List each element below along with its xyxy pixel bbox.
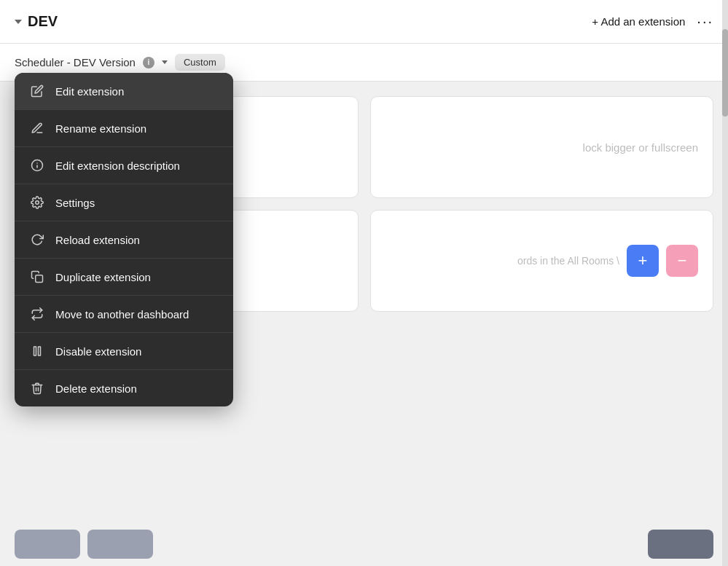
pause-icon [29, 343, 45, 359]
gear-icon [29, 194, 45, 211]
svg-point-3 [36, 201, 39, 205]
menu-label-move-dashboard: Move to another dashboard [55, 308, 189, 321]
svg-rect-5 [34, 347, 36, 355]
scrollbar-thumb[interactable] [722, 29, 728, 117]
card-bottom-right: ords in the All Rooms \ + − [370, 210, 714, 312]
header-left: DEV [15, 13, 58, 30]
menu-label-delete-extension: Delete extension [55, 382, 137, 395]
sub-header-title: Scheduler - DEV Version [15, 56, 136, 68]
custom-badge: Custom [175, 54, 225, 71]
menu-item-edit-extension[interactable]: Edit extension [15, 73, 233, 109]
info-circle-icon [29, 157, 45, 173]
menu-item-edit-description[interactable]: Edit extension description [15, 146, 233, 184]
pencil-icon [29, 83, 45, 99]
reload-icon [29, 232, 45, 248]
header-right: + Add an extension ··· [592, 13, 713, 30]
all-rooms-text: ords in the All Rooms \ [517, 255, 619, 267]
grey-button-left-1[interactable] [15, 530, 80, 559]
menu-label-disable-extension: Disable extension [55, 345, 141, 358]
grey-button-left-2[interactable] [87, 530, 153, 559]
rename-icon [29, 120, 45, 136]
menu-item-rename-extension[interactable]: Rename extension [15, 109, 233, 146]
card-top-right: lock bigger or fullscreen [370, 96, 714, 198]
menu-item-duplicate-extension[interactable]: Duplicate extension [15, 258, 233, 295]
menu-label-settings: Settings [55, 197, 95, 209]
menu-item-move-dashboard[interactable]: Move to another dashboard [15, 295, 233, 332]
chevron-down-icon[interactable] [15, 20, 22, 24]
menu-label-reload-extension: Reload extension [55, 234, 140, 246]
menu-item-settings[interactable]: Settings [15, 184, 233, 221]
page-title: DEV [28, 13, 58, 30]
trash-icon [29, 380, 45, 396]
fullscreen-text: lock bigger or fullscreen [583, 141, 698, 154]
menu-item-delete-extension[interactable]: Delete extension [15, 369, 233, 406]
menu-item-disable-extension[interactable]: Disable extension [15, 332, 233, 369]
svg-rect-6 [39, 347, 41, 355]
plus-button[interactable]: + [627, 245, 659, 277]
more-options-button[interactable]: ··· [697, 13, 713, 30]
context-menu: Edit extension Rename extension Edit ext… [15, 73, 233, 406]
menu-label-edit-description: Edit extension description [55, 160, 180, 172]
bottom-row [0, 522, 728, 566]
scrollbar[interactable] [722, 0, 728, 566]
move-icon [29, 306, 45, 322]
header: DEV + Add an extension ··· [0, 0, 728, 44]
duplicate-icon [29, 269, 45, 285]
grey-button-right[interactable] [648, 530, 713, 559]
menu-label-edit-extension: Edit extension [55, 85, 124, 98]
add-extension-button[interactable]: + Add an extension [592, 15, 685, 28]
menu-label-rename-extension: Rename extension [55, 122, 146, 135]
sub-header-chevron-icon[interactable] [162, 60, 168, 64]
info-icon[interactable]: i [143, 57, 154, 68]
minus-button[interactable]: − [666, 245, 698, 277]
menu-item-reload-extension[interactable]: Reload extension [15, 221, 233, 258]
menu-label-duplicate-extension: Duplicate extension [55, 271, 151, 283]
svg-rect-4 [36, 275, 43, 283]
